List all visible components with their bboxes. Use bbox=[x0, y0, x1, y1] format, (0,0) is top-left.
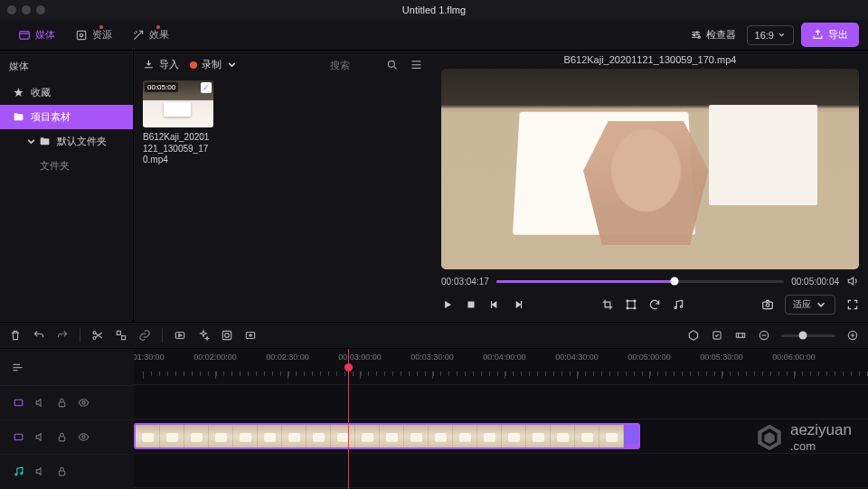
export-label: 导出 bbox=[828, 28, 848, 42]
svg-rect-38 bbox=[59, 471, 65, 475]
zoom-knob[interactable] bbox=[799, 332, 807, 340]
update-dot-icon bbox=[156, 25, 160, 29]
svg-rect-31 bbox=[59, 402, 65, 407]
total-time: 00:05:00:04 bbox=[791, 277, 839, 287]
delete-icon[interactable] bbox=[9, 329, 22, 342]
marker-icon[interactable] bbox=[687, 329, 700, 342]
music-icon[interactable] bbox=[672, 298, 684, 311]
lock-icon[interactable] bbox=[56, 397, 68, 409]
fit-select[interactable]: 适应 bbox=[785, 295, 835, 315]
lock-icon[interactable] bbox=[56, 465, 68, 477]
next-frame-icon[interactable] bbox=[512, 298, 524, 311]
svg-rect-20 bbox=[122, 336, 126, 340]
svg-point-2 bbox=[80, 33, 83, 37]
crop-tool-icon[interactable] bbox=[115, 329, 127, 342]
timeline-toolbar bbox=[0, 322, 868, 349]
undo-icon[interactable] bbox=[33, 329, 45, 342]
svg-rect-27 bbox=[736, 334, 744, 338]
preview-image bbox=[441, 69, 859, 269]
fullscreen-icon[interactable] bbox=[846, 298, 859, 311]
track-video-1[interactable] bbox=[134, 419, 868, 454]
timeline-ruler[interactable]: 00:01:30:0000:02:00:0000:02:30:0000:03:0… bbox=[134, 349, 868, 385]
sidebar-item-favorites[interactable]: 收藏 bbox=[0, 80, 133, 105]
zoom-out-icon[interactable] bbox=[758, 329, 770, 342]
aspect-ratio-select[interactable]: 16:9 bbox=[747, 25, 794, 45]
inspector-button[interactable]: 检查器 bbox=[681, 24, 745, 46]
redo-icon[interactable] bbox=[56, 329, 69, 342]
timeline-clip[interactable] bbox=[134, 423, 640, 449]
tab-media[interactable]: 媒体 bbox=[9, 24, 64, 46]
stop-icon[interactable] bbox=[465, 298, 477, 311]
chevron-down-icon bbox=[226, 59, 238, 71]
preview-title: B612Kaji_20201121_130059_170.mp4 bbox=[441, 54, 859, 65]
window-controls[interactable] bbox=[7, 5, 45, 14]
default-folder-label: 默认文件夹 bbox=[57, 135, 107, 148]
audio-track-icon[interactable] bbox=[13, 465, 24, 477]
color-icon[interactable] bbox=[221, 329, 233, 342]
crop-icon[interactable] bbox=[601, 298, 614, 311]
preview-viewport[interactable] bbox=[441, 69, 859, 269]
playhead[interactable] bbox=[348, 349, 349, 489]
play-icon[interactable] bbox=[441, 298, 454, 311]
chevron-down-icon bbox=[778, 31, 786, 39]
preview-controls: 适应 bbox=[441, 295, 859, 315]
progress-track[interactable] bbox=[496, 280, 784, 283]
zoom-slider[interactable] bbox=[781, 334, 835, 337]
sidebar-item-folder[interactable]: 文件夹 bbox=[0, 154, 133, 178]
timeline-tracks[interactable]: 00:01:30:0000:02:00:0000:02:30:0000:03:0… bbox=[134, 349, 868, 489]
split-icon[interactable] bbox=[91, 329, 104, 342]
track-video-2[interactable] bbox=[134, 385, 868, 419]
mute-icon[interactable] bbox=[34, 465, 46, 477]
link-icon[interactable] bbox=[138, 329, 151, 342]
timeline: 00:01:30:0000:02:00:0000:02:30:0000:03:0… bbox=[0, 349, 868, 489]
folder-icon bbox=[13, 111, 24, 123]
visibility-icon[interactable] bbox=[78, 397, 90, 409]
sidebar-item-default-folder[interactable]: 默认文件夹 bbox=[0, 129, 133, 154]
enhance-icon[interactable] bbox=[197, 329, 210, 342]
fit-label: 适应 bbox=[793, 298, 811, 311]
transform-icon[interactable] bbox=[625, 298, 637, 311]
svg-rect-33 bbox=[14, 434, 23, 440]
mute-icon[interactable] bbox=[34, 431, 46, 443]
search-input[interactable] bbox=[330, 60, 375, 71]
clip-name: B612Kaji_20201121_130059_170.mp4 bbox=[143, 132, 213, 166]
mute-icon[interactable] bbox=[34, 397, 46, 409]
minimize-window[interactable] bbox=[22, 5, 31, 14]
rotate-icon[interactable] bbox=[648, 298, 661, 311]
record-button[interactable]: 录制 bbox=[190, 58, 238, 71]
search-icon[interactable] bbox=[386, 59, 399, 71]
record-tool-icon[interactable] bbox=[244, 329, 257, 342]
browser-toolbar: 导入 录制 bbox=[143, 58, 423, 71]
zoom-in-icon[interactable] bbox=[846, 329, 859, 342]
svg-point-6 bbox=[388, 61, 394, 67]
svg-point-25 bbox=[250, 334, 251, 336]
speed-icon[interactable] bbox=[174, 329, 186, 342]
close-window[interactable] bbox=[7, 5, 16, 14]
video-track-icon[interactable] bbox=[13, 397, 24, 409]
lock-icon[interactable] bbox=[56, 431, 68, 443]
sidebar-item-project-assets[interactable]: 项目素材 bbox=[0, 105, 133, 129]
timeline-options[interactable] bbox=[0, 349, 134, 385]
tab-resource[interactable]: 资源 bbox=[66, 24, 121, 46]
snapshot-icon[interactable] bbox=[761, 298, 774, 311]
video-track-icon[interactable] bbox=[13, 431, 24, 443]
current-time: 00:03:04:17 bbox=[441, 277, 489, 287]
progress-knob[interactable] bbox=[671, 277, 679, 286]
import-icon bbox=[143, 59, 155, 71]
tab-effect[interactable]: 效果 bbox=[123, 24, 178, 46]
ruler-label: 00:04:30:00 bbox=[555, 353, 599, 362]
export-button[interactable]: 导出 bbox=[801, 23, 859, 47]
sidebar-header: 媒体 bbox=[0, 56, 133, 80]
volume-icon[interactable] bbox=[846, 275, 859, 287]
zoom-window[interactable] bbox=[36, 5, 45, 14]
media-clip-thumbnail[interactable]: 00:05:00 ✓ B612Kaji_20201121_130059_170.… bbox=[143, 80, 213, 166]
list-view-icon[interactable] bbox=[410, 58, 423, 71]
preview-timebar: 00:03:04:17 00:05:00:04 bbox=[441, 275, 859, 287]
import-button[interactable]: 导入 bbox=[143, 58, 179, 71]
track-audio[interactable] bbox=[134, 454, 868, 488]
fit-timeline-icon[interactable] bbox=[734, 329, 747, 342]
prev-frame-icon[interactable] bbox=[488, 298, 501, 311]
snap-icon[interactable] bbox=[711, 329, 723, 342]
clip-duration: 00:05:00 bbox=[145, 82, 178, 92]
visibility-icon[interactable] bbox=[78, 431, 90, 443]
